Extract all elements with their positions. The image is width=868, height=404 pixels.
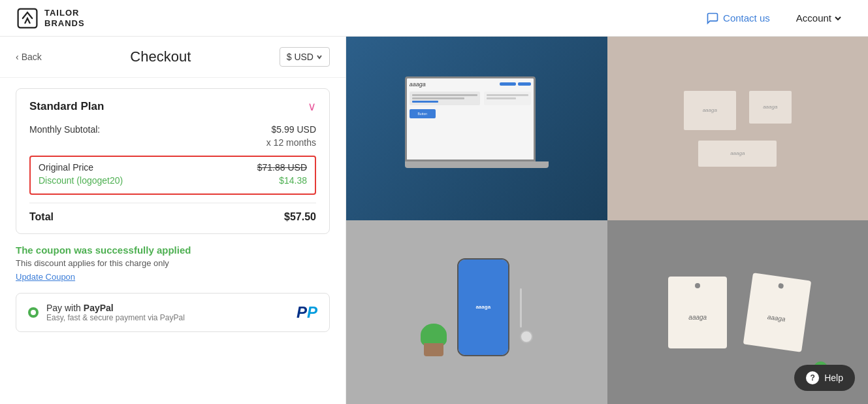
discount-row: Discount (logoget20) $14.38: [39, 175, 307, 186]
coupon-section: The coupon was successfully applied This…: [16, 244, 330, 282]
account-label: Account: [796, 12, 831, 24]
original-price-value: $71.88 USD: [257, 162, 307, 173]
chevron-down-icon: [834, 14, 842, 22]
monthly-subtotal-value: $5.99 USD: [272, 124, 316, 135]
paypal-logo-icon: PP: [297, 303, 317, 322]
months-row: x 12 months: [29, 137, 316, 148]
total-row: Total $57.50: [29, 211, 316, 223]
divider: [29, 203, 316, 203]
radio-button[interactable]: [28, 307, 39, 318]
phone-image-cell: aaaga: [346, 220, 607, 404]
laptop-brand-text: aaaga: [410, 81, 426, 88]
phone-content: aaaga: [421, 258, 533, 367]
plan-name: Standard Plan: [29, 100, 104, 113]
back-label: Back: [22, 52, 42, 62]
total-label: Total: [29, 211, 54, 223]
paypal-text-area: Pay with PayPal Easy, fast & secure paym…: [46, 303, 289, 322]
radio-inner: [31, 310, 36, 315]
account-button[interactable]: Account: [786, 7, 852, 29]
tag-shape-1: aaaga: [668, 277, 727, 348]
help-q-mark: ?: [811, 373, 815, 382]
main-layout: ‹ Back Checkout $ USD Standard Plan ∨ Mo…: [0, 37, 868, 404]
tag-shape-2: aaaga: [743, 273, 811, 352]
original-price-label: Original Price: [39, 162, 93, 173]
phone-brand-text: aaaga: [475, 304, 490, 310]
pay-with-label: Pay with PayPal: [46, 303, 289, 313]
monthly-subtotal-row: Monthly Subtotal: $5.99 USD: [29, 124, 316, 135]
contact-us-button[interactable]: Contact us: [696, 7, 780, 30]
contact-label: Contact us: [723, 12, 770, 24]
contact-icon: [706, 12, 719, 25]
currency-select[interactable]: $ USD: [280, 47, 330, 67]
earphones: [520, 288, 533, 343]
phone-mockup: aaaga: [457, 258, 509, 356]
discount-value: $14.38: [279, 175, 307, 186]
order-card: Standard Plan ∨ Monthly Subtotal: $5.99 …: [16, 88, 330, 234]
laptop-screen-content: aaaga: [407, 78, 534, 160]
plan-header[interactable]: Standard Plan ∨: [29, 99, 316, 114]
back-chevron-icon: ‹: [16, 52, 19, 62]
tag-hole-2: [778, 282, 784, 288]
plant-decoration: [421, 324, 447, 356]
back-button[interactable]: ‹ Back: [16, 52, 42, 62]
currency-chevron-icon: [316, 54, 323, 60]
laptop-mockup: aaaga: [405, 76, 549, 181]
currency-label: $ USD: [287, 52, 313, 62]
months-value: x 12 months: [266, 137, 316, 148]
header: TAILORBRANDS Contact us Account: [0, 0, 868, 37]
box-shape-2: aaaga: [749, 91, 792, 124]
coupon-description: This discount applies for this charge on…: [16, 258, 330, 268]
checkout-header: ‹ Back Checkout $ USD: [0, 37, 346, 78]
help-label: Help: [824, 373, 843, 383]
boxes-image-cell: aaaga aaaga aaaga: [607, 37, 869, 220]
tag-hole-1: [695, 283, 700, 288]
paypal-description: Easy, fast & secure payment via PayPal: [46, 313, 289, 322]
box-brand-3: aaaga: [730, 150, 745, 156]
right-panel: aaaga: [346, 37, 868, 404]
coupon-success-title: The coupon was successfully applied: [16, 244, 330, 256]
header-right: Contact us Account: [696, 7, 852, 30]
total-value: $57.50: [284, 211, 316, 223]
update-coupon-link[interactable]: Update Coupon: [16, 272, 75, 282]
laptop-base: [405, 161, 549, 168]
payment-section[interactable]: Pay with PayPal Easy, fast & secure paym…: [16, 293, 330, 332]
tag-brand-2: aaaga: [767, 312, 786, 322]
boxes-content: aaaga aaaga aaaga: [681, 88, 794, 169]
box-brand-1: aaaga: [703, 107, 717, 113]
help-circle-icon: ?: [806, 371, 819, 384]
logo[interactable]: TAILORBRANDS: [16, 7, 85, 30]
left-panel: ‹ Back Checkout $ USD Standard Plan ∨ Mo…: [0, 37, 346, 404]
logo-icon: [16, 7, 39, 30]
box-shape-3: aaaga: [698, 141, 777, 167]
tag-brand-1: aaaga: [688, 314, 707, 321]
logo-text: TAILORBRANDS: [44, 8, 85, 28]
phone-screen: aaaga: [458, 260, 508, 355]
discount-box: Original Price $71.88 USD Discount (logo…: [29, 156, 316, 195]
discount-label: Discount (logoget20): [39, 175, 123, 186]
plan-details: Monthly Subtotal: $5.99 USD x 12 months …: [29, 124, 316, 223]
plant-pot: [424, 343, 443, 356]
help-button[interactable]: ? Help: [794, 365, 855, 391]
tags-content: aaaga aaaga: [663, 271, 812, 354]
box-shape-1: aaaga: [684, 91, 736, 130]
plan-chevron-icon: ∨: [308, 99, 316, 114]
monthly-subtotal-label: Monthly Subtotal:: [29, 124, 100, 135]
original-price-row: Original Price $71.88 USD: [39, 162, 307, 173]
laptop-image-cell: aaaga: [346, 37, 607, 220]
checkout-title: Checkout: [130, 48, 191, 65]
box-brand-2: aaaga: [763, 104, 777, 110]
laptop-screen: aaaga: [405, 76, 536, 161]
